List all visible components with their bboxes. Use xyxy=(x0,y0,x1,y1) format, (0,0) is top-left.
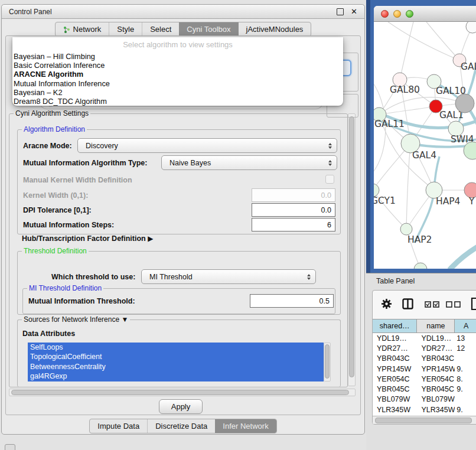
table-cell: YBR045C xyxy=(373,385,417,393)
minimized-panel-icon[interactable] xyxy=(5,444,15,450)
control-panel-titlebar: Control Panel ✕ xyxy=(2,5,364,19)
algorithm-option[interactable]: Bayesian – K2 xyxy=(14,88,342,97)
tab-cyni-toolbox[interactable]: Cyni Toolbox xyxy=(179,22,238,36)
cyni-algorithm-settings-group: Cyni Algorithm Settings Algorithm Defini… xyxy=(9,113,348,387)
document-icon[interactable] xyxy=(471,297,476,311)
network-node[interactable] xyxy=(455,94,474,113)
group-title: Threshold Definition xyxy=(22,247,89,255)
mi-type-label: Mutual Information Algorithm Type: xyxy=(23,159,147,167)
table-body: YDL19…YDL19…13YDR27…YDR27…12YBR043CYBR04… xyxy=(373,333,476,425)
table-row[interactable]: YDL19…YDL19…13 xyxy=(373,333,476,343)
checked-pair-icon[interactable] xyxy=(425,301,440,308)
network-view-window[interactable]: GALGAL80GAL10GAL1GAL11SWI4GAL4GCY1HAP4YH… xyxy=(374,6,476,269)
network-node[interactable] xyxy=(414,263,427,269)
algorithm-option[interactable]: Bayesian – Hill Climbing xyxy=(14,52,342,61)
kernel-width-input[interactable]: 0.0 xyxy=(252,188,335,202)
node-table-panel: shared…nameA YDL19…YDL19…13YDR27…YDR27…1… xyxy=(372,290,476,425)
zoom-traffic-light-icon[interactable] xyxy=(406,10,413,18)
aracne-mode-combo[interactable]: Discovery xyxy=(77,138,337,153)
mi-threshold-label: Mutual Information Threshold: xyxy=(28,297,135,305)
network-node[interactable] xyxy=(466,22,476,33)
attribute-item[interactable]: gal4RGexp xyxy=(28,371,324,381)
table-row[interactable]: YBL079WYBL079W xyxy=(373,394,476,405)
table-horizontal-scrollbar[interactable] xyxy=(373,416,476,424)
table-cell: 13 xyxy=(455,334,476,343)
mi-steps-input[interactable]: 6 xyxy=(252,218,335,231)
table-panel-title: Table Panel xyxy=(376,277,415,285)
table-cell: 8. xyxy=(455,375,476,383)
table-row[interactable]: YPR145WYPR145W9. xyxy=(373,364,476,374)
table-row[interactable]: YDR27…YDR27…12 xyxy=(373,343,476,353)
table-cell: YBR043C xyxy=(417,354,455,363)
attribute-list[interactable]: SelfLoopsTopologicalCoefficientBetweenne… xyxy=(28,343,324,381)
attribute-item[interactable]: TopologicalCoefficient xyxy=(28,352,324,361)
close-traffic-light-icon[interactable] xyxy=(381,10,389,18)
settings-horizontal-scrollbar[interactable] xyxy=(9,389,356,396)
dpi-tolerance-input[interactable]: 0.0 xyxy=(252,203,335,217)
network-icon xyxy=(63,26,70,33)
network-edge xyxy=(406,144,410,229)
columns-icon[interactable] xyxy=(402,298,413,309)
network-node[interactable] xyxy=(400,223,412,235)
unchecked-pair-icon[interactable] xyxy=(446,301,461,308)
tab-jactivemnodules[interactable]: jActiveMNodules xyxy=(239,22,311,36)
attribute-item[interactable]: BetweennessCentrality xyxy=(28,362,324,371)
column-header[interactable]: name xyxy=(417,319,455,332)
table-cell: YBR045C xyxy=(417,385,455,393)
table-row[interactable]: YBR043CYBR043C xyxy=(373,354,476,364)
close-icon[interactable]: ✕ xyxy=(351,9,357,15)
tab-infer-network[interactable]: Infer Network xyxy=(215,419,276,433)
table-row[interactable]: YER054CYER054C8. xyxy=(373,374,476,384)
attribute-item[interactable]: SelfLoops xyxy=(28,343,324,352)
table-cell: YDL19… xyxy=(417,334,455,343)
gear-icon[interactable] xyxy=(381,298,392,309)
node-label: HAP2 xyxy=(407,234,432,245)
network-canvas[interactable]: GALGAL80GAL10GAL1GAL11SWI4GAL4GCY1HAP4YH… xyxy=(374,22,476,269)
mi-threshold-group: MI Threshold Definition Mutual Informati… xyxy=(22,288,335,314)
algorithm-option[interactable]: Mutual Information Inference xyxy=(14,79,342,88)
tab-impute-data[interactable]: Impute Data xyxy=(90,419,147,433)
algorithm-definition-group: Algorithm Definition Aracne Mode: Discov… xyxy=(17,129,341,234)
algorithm-option[interactable]: Dream8 DC_TDC Algorithm xyxy=(14,97,342,106)
manual-kernel-checkbox[interactable] xyxy=(325,175,334,184)
table-cell: YDR27… xyxy=(373,344,417,353)
minimize-traffic-light-icon[interactable] xyxy=(393,10,401,18)
algorithm-option[interactable]: ARACNE Algorithm xyxy=(14,70,342,79)
collapse-arrow-icon: ▼ xyxy=(121,315,128,324)
float-window-icon[interactable] xyxy=(337,8,344,15)
apply-button[interactable]: Apply xyxy=(159,399,203,414)
node-label: GAL4 xyxy=(412,150,436,161)
network-edge xyxy=(426,22,459,60)
table-row[interactable]: YBR045CYBR045C9. xyxy=(373,384,476,394)
table-cell: YLR345W xyxy=(417,406,455,414)
network-node[interactable] xyxy=(374,184,379,197)
tab-select[interactable]: Select xyxy=(142,22,179,36)
settings-vertical-scrollbar[interactable] xyxy=(348,113,356,386)
network-edge xyxy=(400,22,413,80)
threshold-definition-group: Threshold Definition Which threshold to … xyxy=(17,251,341,315)
group-title: Algorithm Definition xyxy=(22,125,87,133)
mi-type-combo[interactable]: Naive Bayes xyxy=(161,155,337,170)
table-cell: YPR145W xyxy=(373,365,417,373)
table-cell: YER054C xyxy=(417,375,455,383)
bottom-tabbar: Impute Data Discretize Data Infer Networ… xyxy=(2,419,364,433)
tab-discretize-data[interactable]: Discretize Data xyxy=(147,419,215,433)
table-cell: YPR145W xyxy=(417,365,455,373)
algorithm-dropdown-overlay: Select algorithm to view settings Bayesi… xyxy=(12,37,343,106)
aracne-mode-label: Aracne Mode: xyxy=(23,142,72,150)
algorithm-option[interactable]: Basic Correlation Inference xyxy=(14,61,342,70)
which-threshold-combo[interactable]: MI Threshold xyxy=(141,269,316,284)
table-cell: YBR043C xyxy=(373,354,417,363)
node-label: HAP4 xyxy=(436,196,460,207)
table-row[interactable]: YLR345WYLR345W9. xyxy=(373,405,476,415)
column-header[interactable]: A xyxy=(455,319,476,332)
tab-network[interactable]: Network xyxy=(56,22,109,36)
column-header[interactable]: shared… xyxy=(373,319,417,332)
hub-definition-expander[interactable]: Hub/Transcription Factor Definition ▶ xyxy=(22,234,153,243)
tab-style[interactable]: Style xyxy=(109,22,142,36)
desktop-edge-shadow xyxy=(366,0,370,273)
attribute-list-scrollbar[interactable] xyxy=(324,343,331,381)
mi-threshold-input[interactable]: 0.5 xyxy=(250,294,334,308)
node-label: Y xyxy=(468,196,475,207)
table-cell: YER054C xyxy=(373,375,417,383)
